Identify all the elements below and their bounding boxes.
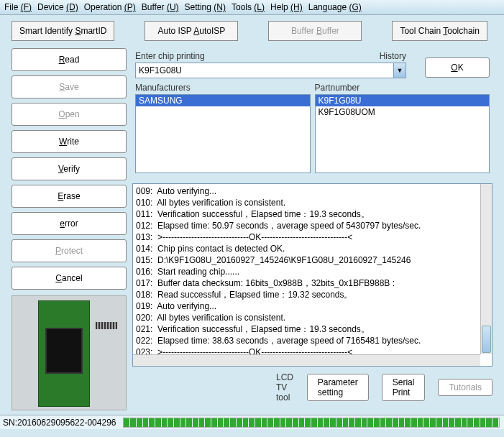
save-button[interactable]: Save (12, 75, 127, 98)
protect-button[interactable]: Protect (12, 239, 127, 262)
chip-input[interactable] (135, 63, 394, 78)
tool-chain-button[interactable]: Tool Chain Toolchain (392, 21, 487, 41)
left-panel: Read Save Open Write Verify Erase error … (12, 48, 127, 410)
history-label: History (380, 51, 406, 61)
adapter-photo (12, 295, 127, 410)
enter-chip-label: Enter chip printing (135, 51, 205, 61)
ok-button[interactable]: OK (425, 58, 490, 78)
tutorials-button[interactable]: Tutorials (438, 379, 492, 396)
menu-setting[interactable]: Setting (N) (185, 2, 226, 12)
log-line: 022: Elapsed time: 38.63 seconds，average… (136, 335, 489, 346)
buffer-button[interactable]: Buffer Buffer (268, 21, 362, 41)
menu-operation[interactable]: Operation (P) (84, 2, 136, 12)
read-button[interactable]: Read (12, 48, 127, 71)
partnumber-label: Partnumber (315, 83, 490, 93)
log-line: 011: Verification successful，Elapsed tim… (136, 208, 489, 220)
lcd-tv-tool-label: LCD TV tool (276, 372, 294, 402)
smart-identify-button[interactable]: Smart Identify SmartID (12, 21, 114, 41)
menu-buffer[interactable]: Buffer (U) (142, 2, 179, 12)
log-line: 013: >------------------------------OK--… (136, 231, 489, 243)
menu-language[interactable]: Language (G) (308, 2, 362, 12)
serial-number: SN:20160629095622-004296 (0, 418, 119, 428)
serial-print-button[interactable]: Serial Print (382, 374, 426, 401)
progress-bar (123, 418, 500, 428)
log-line: 009: Auto verifying... (136, 185, 489, 197)
menu-tools[interactable]: Tools (L) (232, 2, 265, 12)
bottom-toolbar: LCD TV tool Parameter setting Serial Pri… (132, 369, 492, 405)
menu-file[interactable]: File (F) (4, 2, 32, 12)
menu-help[interactable]: Help (H) (270, 2, 303, 12)
partnumber-list[interactable]: K9F1G08U K9F1G08UOM (315, 94, 490, 173)
log-line: 017: Buffer data checksum: 16bits_0x988B… (136, 277, 489, 289)
log-horizontal-scrollbar[interactable] (133, 354, 480, 366)
manufacturers-label: Manufacturers (135, 83, 311, 93)
list-item[interactable]: K9F1G08U (316, 95, 490, 106)
menu-bar: File (F) Device (D) Operation (P) Buffer… (0, 0, 504, 15)
log-line: 016: Start reading chip...... (136, 266, 489, 277)
open-button[interactable]: Open (12, 103, 127, 126)
log-line: 018: Read successful，Elapsed time：19.32 … (136, 289, 489, 300)
verify-button[interactable]: Verify (12, 157, 127, 180)
list-item[interactable]: SAMSUNG (136, 95, 310, 106)
write-button[interactable]: Write (12, 130, 127, 153)
manufacturers-list[interactable]: SAMSUNG (135, 94, 311, 173)
toolbar: Smart Identify SmartID Auto ISP AutoISP … (0, 15, 504, 44)
log-line: 020: All bytes verification is consisten… (136, 312, 489, 323)
cancel-button[interactable]: Cancel (12, 267, 127, 290)
erase-button[interactable]: Erase (12, 185, 127, 208)
log-line: 014: Chip pins contact is detected OK. (136, 243, 489, 254)
list-item[interactable]: K9F1G08UOM (316, 106, 490, 118)
log-line: 012: Elapsed time: 50.97 seconds，average… (136, 220, 489, 231)
status-bar: SN:20160629095622-004296 (0, 415, 504, 429)
auto-isp-button[interactable]: Auto ISP AutoISP (145, 21, 238, 41)
parameter-setting-button[interactable]: Parameter setting (307, 374, 369, 401)
menu-device[interactable]: Device (D) (37, 2, 78, 12)
log-vertical-scrollbar[interactable] (480, 184, 492, 354)
error-button[interactable]: error (12, 212, 127, 235)
log-line: 021: Verification successful，Elapsed tim… (136, 323, 489, 335)
chip-dropdown-icon[interactable]: ▼ (394, 63, 406, 78)
log-line: 010: All bytes verification is consisten… (136, 197, 489, 208)
log-output[interactable]: 009: Auto verifying...010: All bytes ver… (132, 183, 492, 367)
log-line: 015: D:\K9F1G08U_20160927_145246\K9F1G08… (136, 254, 489, 266)
chip-select-panel: Enter chip printing History ▼ OK Manufac… (132, 48, 492, 176)
log-line: 019: Auto verifying... (136, 300, 489, 312)
